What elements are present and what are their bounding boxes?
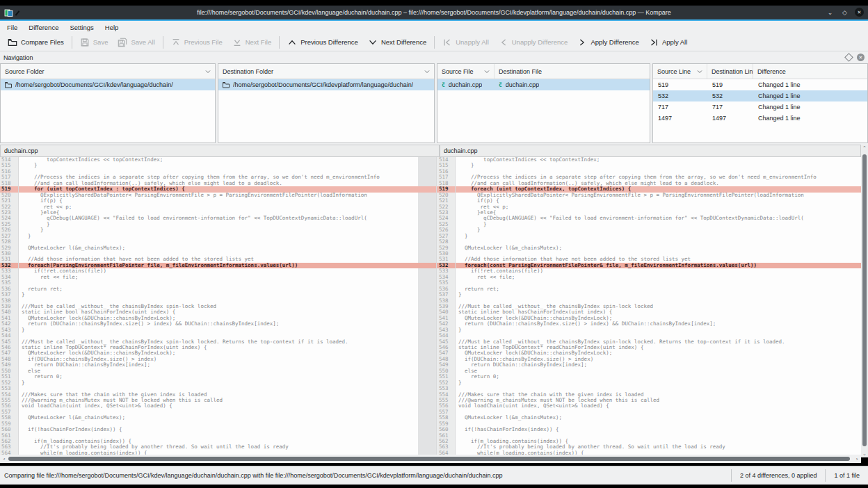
destination-folder-header[interactable]: Destination Folder [218, 64, 434, 79]
code-text-left: //It's probably being loaded by another … [19, 444, 418, 450]
line-number-right: 540 [436, 309, 456, 315]
file-row[interactable]: c̈ duchain.cpp c̈ duchain.cpp [437, 79, 650, 90]
menu-item-help[interactable]: Help [99, 22, 124, 33]
code-line: 550 else550 else [0, 368, 861, 374]
source-folder-header[interactable]: Source Folder [1, 64, 215, 79]
source-line-header-label: Source Line [657, 68, 691, 75]
code-line[interactable]: 532 foreach(ParsingEnvironmentFilePointe… [0, 263, 861, 268]
line-number-left: 514 [0, 157, 19, 163]
code-line: 539///Must be called _without_ the chain… [0, 304, 861, 309]
apply-difference-button[interactable]: Apply Difference [572, 35, 644, 49]
difference-list-header[interactable]: Source Line Destination Line Difference [653, 64, 867, 79]
code-line[interactable]: 519 for (uint topContextIndex : topConte… [0, 186, 861, 192]
code-text-left [19, 280, 418, 286]
scroll-up-icon[interactable]: ⌃ [861, 145, 868, 152]
line-number-left: 525 [0, 222, 19, 227]
next-file-button: Next File [227, 35, 276, 49]
line-number-right: 543 [436, 327, 456, 333]
line-number-right: 534 [436, 275, 456, 280]
code-text-left: } [19, 327, 418, 333]
previous-file-button: Previous File [166, 35, 227, 49]
code-text-right: foreach(const ParsingEnvironmentFilePoin… [456, 263, 861, 268]
previous-difference-icon [287, 38, 297, 47]
dock-close-icon[interactable]: ✕ [857, 54, 865, 61]
next-difference-button[interactable]: Next Difference [363, 35, 431, 49]
line-number-left: 550 [0, 368, 19, 374]
file-list-header[interactable]: Source File Destination File [437, 64, 650, 79]
left-pane-header: duchain.cpp [0, 145, 440, 157]
difference-row[interactable]: 717717Changed 1 line [653, 101, 867, 113]
destination-file-header-label: Destination File [499, 68, 542, 75]
line-number-left: 533 [0, 268, 19, 274]
scroll-down-icon[interactable]: ⌄ [861, 450, 868, 457]
code-text-left: } [19, 227, 418, 233]
menu-item-settings[interactable]: Settings [64, 22, 99, 33]
pane-separator [418, 304, 436, 309]
horizontal-scrollbar-thumb[interactable] [8, 457, 850, 461]
code-text-right: return (DUChain::chainsByIndex.size() > … [456, 321, 861, 327]
code-text-right: static inline TopDUContext* readChainFor… [456, 345, 861, 350]
toolbar-button-label: Next Difference [381, 38, 426, 46]
difference-row-source-line: 532 [653, 92, 707, 99]
menubar: FileDifferenceSettingsHelp [0, 21, 868, 33]
difference-header-label: Difference [757, 68, 786, 75]
code-line: 530530 [0, 251, 861, 257]
line-number-right: 558 [436, 415, 456, 421]
line-number-right: 549 [436, 362, 456, 368]
unapply-all-button: Unapply All [437, 35, 494, 49]
code-text-left [19, 239, 418, 245]
menu-item-file[interactable]: File [1, 22, 23, 33]
pane-separator [418, 215, 436, 221]
pane-separator [418, 268, 436, 274]
scroll-right-icon[interactable]: › [853, 455, 861, 463]
line-number-right: 529 [436, 245, 456, 251]
line-number-left: 538 [0, 298, 19, 304]
line-number-left: 523 [0, 210, 19, 215]
line-number-left: 536 [0, 286, 19, 292]
line-number-left: 529 [0, 245, 19, 251]
pane-separator [418, 409, 436, 415]
vertical-scrollbar-thumb[interactable] [862, 154, 867, 446]
apply-all-button[interactable]: Apply All [644, 35, 692, 49]
folder-icon [5, 82, 12, 88]
previous-difference-button[interactable]: Previous Difference [282, 35, 363, 49]
pane-separator [418, 181, 436, 186]
status-message: Comparing file file:///home/sergobot/Doc… [0, 472, 731, 479]
dock-float-icon[interactable] [844, 53, 853, 62]
line-number-left: 515 [0, 163, 19, 168]
code-text-left: static inline bool hasChainForIndex(uint… [19, 309, 418, 315]
horizontal-scrollbar[interactable]: ‹ › [0, 455, 861, 463]
pane-separator [418, 368, 436, 374]
difference-row[interactable]: 519519Changed 1 line [653, 79, 867, 90]
difference-row[interactable]: 14971497Changed 1 line [653, 113, 867, 124]
line-number-right: 514 [436, 157, 456, 163]
destination-file-name: duchain.cpp [506, 81, 540, 88]
folder-icon [223, 82, 230, 88]
code-text-right: QMutexLocker l(&m_chainsMutex); [456, 415, 861, 421]
code-line: 517 //Process the indices in a separate … [0, 174, 861, 180]
code-line: 526 }526 } [0, 227, 861, 233]
window-title: file:///home/sergobot/Documents/GCI/kdev… [0, 9, 868, 16]
source-folder-header-label: Source Folder [5, 68, 45, 75]
titlebar[interactable]: file:///home/sergobot/Documents/GCI/kdev… [0, 6, 868, 19]
code-line: 545///Must be called _without_ the chain… [0, 339, 861, 345]
code-line: 529 QMutexLocker l(&m_chainsMutex);529 Q… [0, 245, 861, 251]
menu-item-difference[interactable]: Difference [23, 22, 64, 33]
code-text-right: return DUChain::chainsByIndex[index]; [456, 362, 861, 368]
source-folder-row[interactable]: /home/sergobot/Documents/GCI/kdev/langua… [1, 79, 215, 90]
code-text-left: QMutexLocker l(&m_chainsMutex); [19, 245, 418, 251]
navigation-dock-header[interactable]: Navigation ✕ [0, 51, 868, 63]
destination-folder-row[interactable]: /home/sergobot/Documents/GCI/kdevplatfor… [218, 79, 434, 90]
vertical-scrollbar[interactable]: ⌃ ⌄ [861, 145, 868, 457]
minimize-button[interactable]: ⌄ [826, 8, 835, 17]
code-text-left: if(DUChain::chainsByIndex.size() > index… [19, 357, 418, 362]
compare-files-button[interactable]: Compare Files [3, 35, 69, 49]
maximize-button[interactable]: ◇ [840, 8, 849, 17]
scroll-left-icon[interactable]: ‹ [0, 455, 8, 463]
pane-separator [418, 234, 436, 239]
close-button[interactable]: ✕ [855, 8, 864, 17]
toolbar-button-label: Previous File [184, 38, 223, 46]
difference-row[interactable]: 532532Changed 1 line [653, 90, 867, 101]
code-text-left: ret << file; [19, 275, 418, 280]
next-difference-icon [368, 38, 378, 47]
